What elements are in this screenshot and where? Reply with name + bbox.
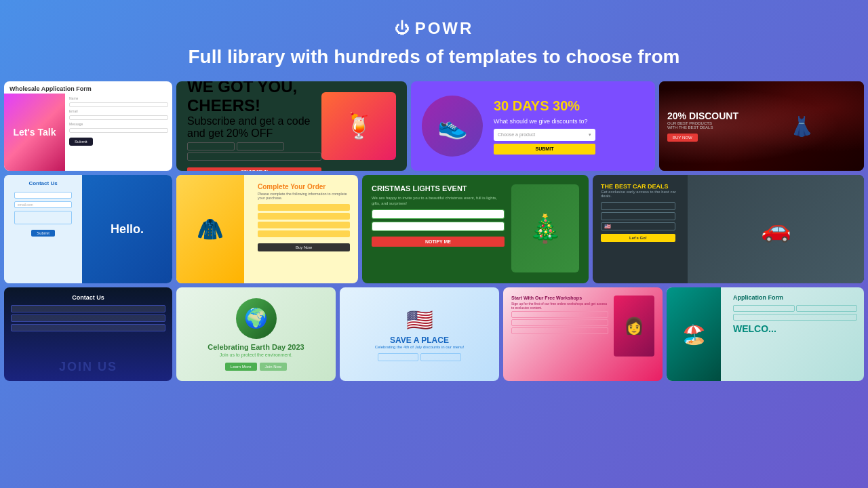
earth-join-button[interactable]: Join Now [260, 363, 288, 371]
product-select-placeholder: Choose a product [498, 132, 535, 137]
name-input[interactable] [69, 102, 168, 107]
app-email-input[interactable] [733, 314, 857, 321]
contact-name-input[interactable] [14, 192, 72, 199]
workshop-content: Start With Our Free Workshops Sign up fo… [511, 296, 608, 373]
christmas-card[interactable]: CRISTMAS LIGHTS EVENT We are happy to in… [362, 175, 589, 283]
car-deals-subtitle: Get exclusive early access to the best c… [601, 190, 679, 198]
application-form-content: Application Form WELCO... [726, 287, 864, 381]
discount-20-subtitle: OUR BEST PRODUCTS WITH THE BEST DEALS [667, 121, 722, 129]
contact-form-side: Contact Us email.com Submit [4, 175, 82, 283]
workshop-input-3[interactable] [511, 327, 608, 334]
contact2-message-input[interactable] [11, 324, 165, 331]
christmas-notify-button[interactable]: NOTIFY ME [372, 237, 505, 247]
workshop-email-input[interactable] [511, 319, 608, 326]
discount-30-subtitle: What should we give discounts to? [494, 118, 595, 125]
discount-30-illustration: 👟 [422, 96, 483, 157]
contact-email-input[interactable]: email.com [14, 201, 72, 208]
workshop-name-input[interactable] [511, 311, 608, 318]
car-deals-cta-button[interactable]: Let's Go! [601, 234, 675, 242]
order-input-3[interactable] [258, 222, 350, 228]
brand-name: POWR [415, 19, 474, 38]
contact2-name-input[interactable] [11, 305, 165, 312]
template-grid: Wholesale Application Form Let's Talk Na… [0, 81, 868, 381]
order-input-2[interactable] [258, 213, 350, 220]
order-buy-button[interactable]: Buy Now [258, 243, 350, 251]
cheers-card[interactable]: WE GOT YOU, CHEERS! Subscribe and get a … [176, 81, 407, 171]
cheers-lastname-input[interactable] [237, 142, 284, 150]
july-input-2[interactable] [420, 353, 461, 361]
contact-us-2-card[interactable]: Contact Us JOIN US [4, 287, 172, 381]
logo-container: ⏻ POWR [0, 19, 868, 38]
application-form-card[interactable]: 🏖️ Application Form WELCO... [667, 287, 864, 381]
discount-20-illustration: 👗 [746, 81, 859, 171]
contact-submit-button[interactable]: Submit [31, 230, 55, 237]
car-phone-input[interactable]: 🇺🇸 [601, 222, 675, 230]
car-input-2[interactable] [601, 212, 675, 220]
earth-day-card[interactable]: 🌍 Celebrating Earth Day 2023 Join us to … [176, 287, 336, 381]
grid-row-3: Contact Us JOIN US 🌍 Celebrating Earth D… [0, 287, 868, 381]
discount-20-title: 20% DISCOUNT [667, 110, 738, 121]
discount-30-card[interactable]: 👟 30 DAYS 30% What should we give discou… [411, 81, 655, 171]
complete-order-card[interactable]: 🧥 Complete Your Order Please complete th… [176, 175, 358, 283]
cheers-form-area: WE GOT YOU, CHEERS! Subscribe and get a … [187, 81, 321, 171]
discount-30-title: 30 DAYS 30% [494, 98, 595, 114]
cheers-email-input[interactable] [187, 152, 321, 161]
contact-us-card[interactable]: Contact Us email.com Submit Hello. [4, 175, 172, 283]
order-title: Complete Your Order [258, 183, 350, 190]
grid-row-2: Contact Us email.com Submit Hello. 🧥 Com… [0, 175, 868, 283]
app-firstname-input[interactable] [733, 305, 795, 312]
chevron-down-icon: ▾ [589, 132, 591, 138]
july-inputs [378, 353, 461, 361]
discount-20-card[interactable]: 20% DISCOUNT OUR BEST PRODUCTS WITH THE … [659, 81, 864, 171]
july-illustration: 🇺🇸 [406, 307, 433, 333]
contact2-overlay: JOIN US [4, 360, 172, 374]
cheers-subtitle: Subscribe and get a code and get 20% OFF [187, 115, 321, 140]
app-name-row[interactable] [733, 305, 857, 312]
christmas-subtitle: We are happy to invite you to a beautifu… [372, 195, 505, 207]
july-card[interactable]: 🇺🇸 SAVE A PLACE Celebrating the 4th of J… [340, 287, 499, 381]
christmas-content: CRISTMAS LIGHTS EVENT We are happy to in… [372, 184, 505, 274]
christmas-email-input[interactable] [372, 222, 505, 231]
order-input-4[interactable] [258, 230, 350, 237]
july-title: SAVE A PLACE [390, 336, 449, 345]
cheers-submit-button[interactable]: COUNT ME IN [187, 167, 321, 171]
cheers-title: WE GOT YOU, CHEERS! [187, 81, 321, 115]
discount-30-submit-button[interactable]: SUBMIT [494, 144, 595, 155]
app-lastname-input[interactable] [796, 305, 858, 312]
name-label: Name [69, 96, 168, 100]
email-input[interactable] [69, 115, 168, 120]
header: ⏻ POWR Full library with hundreds of tem… [0, 0, 868, 81]
christmas-title: CRISTMAS LIGHTS EVENT [372, 184, 505, 192]
app-welcome-text: WELCO... [733, 323, 857, 334]
wholesale-tagline: Let's Talk [4, 94, 65, 171]
christmas-name-input[interactable] [372, 209, 505, 219]
earth-title: Celebrating Earth Day 2023 [208, 343, 304, 351]
email-label: Email [69, 109, 168, 113]
wholesale-submit-button[interactable]: Submit [69, 138, 93, 146]
discount-20-buy-button[interactable]: BUY NOW [667, 134, 698, 142]
wholesale-title: Wholesale Application Form [4, 81, 172, 94]
car-input-1[interactable] [601, 202, 675, 210]
car-deals-card[interactable]: THE BEST CAR DEALS Get exclusive early a… [593, 175, 864, 283]
application-title: Application Form [733, 294, 857, 301]
workshop-subtitle: Sign up for the first of our free online… [511, 302, 608, 310]
contact-hello-panel: Hello. [82, 175, 172, 283]
contact-message-input[interactable] [14, 211, 72, 224]
grid-row-1: Wholesale Application Form Let's Talk Na… [0, 81, 868, 171]
christmas-illustration: 🎄 [511, 184, 579, 272]
july-input-1[interactable] [378, 353, 418, 361]
workshop-card[interactable]: Start With Our Free Workshops Sign up fo… [503, 287, 663, 381]
contact2-email-input[interactable] [11, 314, 165, 322]
wholesale-card[interactable]: Wholesale Application Form Let's Talk Na… [4, 81, 172, 171]
earth-learn-button[interactable]: Learn More [225, 363, 257, 371]
july-subtitle: Celebrating the 4th of July discounts in… [375, 345, 465, 349]
product-select[interactable]: Choose a product ▾ [494, 129, 595, 141]
order-input-1[interactable] [258, 204, 350, 211]
earth-subtitle: Join us to protect the environment. [220, 352, 292, 357]
order-content: Complete Your Order Please complete the … [258, 183, 350, 251]
cheers-firstname-input[interactable] [187, 142, 235, 150]
message-input[interactable] [69, 128, 168, 133]
workshop-title: Start With Our Free Workshops [511, 296, 608, 300]
cheers-inputs [187, 142, 321, 161]
workshop-illustration: 👩 [614, 296, 654, 357]
